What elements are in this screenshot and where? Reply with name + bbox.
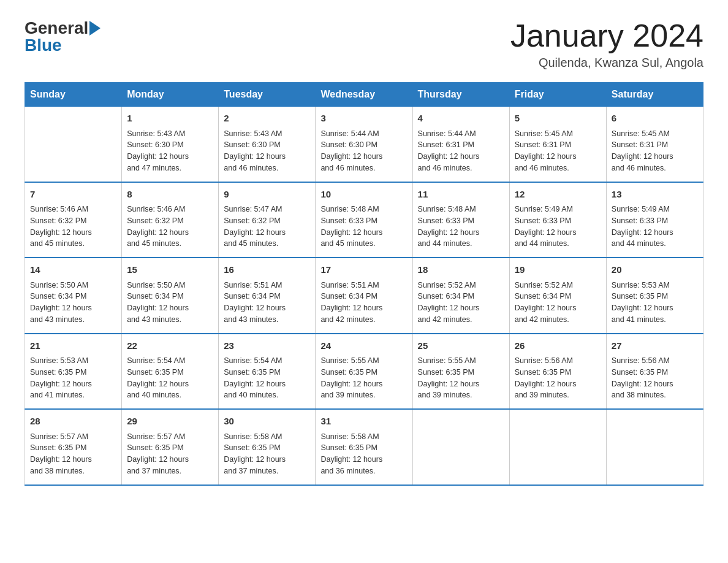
day-number: 9 [224,188,310,202]
day-number: 30 [224,415,310,429]
column-header-sunday: Sunday [25,83,122,107]
calendar-cell: 5Sunrise: 5:45 AM Sunset: 6:31 PM Daylig… [509,107,606,182]
calendar-cell: 10Sunrise: 5:48 AM Sunset: 6:33 PM Dayli… [316,182,412,258]
day-number: 23 [224,339,310,353]
column-header-thursday: Thursday [412,83,509,107]
day-number: 24 [320,339,407,353]
calendar-cell: 11Sunrise: 5:48 AM Sunset: 6:33 PM Dayli… [412,182,509,258]
day-number: 20 [612,263,698,277]
day-info: Sunrise: 5:46 AM Sunset: 6:32 PM Dayligh… [127,204,213,250]
calendar-cell: 29Sunrise: 5:57 AM Sunset: 6:35 PM Dayli… [122,409,219,485]
day-number: 13 [612,188,698,202]
column-header-friday: Friday [509,83,606,107]
day-info: Sunrise: 5:43 AM Sunset: 6:30 PM Dayligh… [127,128,213,174]
calendar-cell: 13Sunrise: 5:49 AM Sunset: 6:33 PM Dayli… [606,182,703,258]
calendar-cell: 20Sunrise: 5:53 AM Sunset: 6:35 PM Dayli… [606,258,703,334]
calendar-cell: 31Sunrise: 5:58 AM Sunset: 6:35 PM Dayli… [316,409,412,485]
column-header-monday: Monday [122,83,219,107]
logo: General Blue [25,18,100,55]
day-number: 4 [418,112,504,126]
calendar-week-row: 14Sunrise: 5:50 AM Sunset: 6:34 PM Dayli… [25,258,703,334]
day-info: Sunrise: 5:44 AM Sunset: 6:30 PM Dayligh… [320,128,407,174]
day-info: Sunrise: 5:44 AM Sunset: 6:31 PM Dayligh… [418,128,504,174]
calendar-week-row: 28Sunrise: 5:57 AM Sunset: 6:35 PM Dayli… [25,409,703,485]
day-info: Sunrise: 5:48 AM Sunset: 6:33 PM Dayligh… [418,204,504,250]
day-info: Sunrise: 5:43 AM Sunset: 6:30 PM Dayligh… [224,128,310,174]
location-text: Quilenda, Kwanza Sul, Angola [510,56,703,70]
day-number: 16 [224,263,310,277]
column-header-tuesday: Tuesday [219,83,316,107]
calendar-cell: 7Sunrise: 5:46 AM Sunset: 6:32 PM Daylig… [25,182,122,258]
day-info: Sunrise: 5:55 AM Sunset: 6:35 PM Dayligh… [320,355,407,401]
calendar-cell: 21Sunrise: 5:53 AM Sunset: 6:35 PM Dayli… [25,334,122,410]
calendar-cell: 6Sunrise: 5:45 AM Sunset: 6:31 PM Daylig… [606,107,703,182]
calendar-table: SundayMondayTuesdayWednesdayThursdayFrid… [25,82,703,486]
day-number: 26 [515,339,601,353]
day-info: Sunrise: 5:45 AM Sunset: 6:31 PM Dayligh… [515,128,601,174]
calendar-cell: 22Sunrise: 5:54 AM Sunset: 6:35 PM Dayli… [122,334,219,410]
calendar-cell: 18Sunrise: 5:52 AM Sunset: 6:34 PM Dayli… [412,258,509,334]
day-number: 5 [515,112,601,126]
day-info: Sunrise: 5:50 AM Sunset: 6:34 PM Dayligh… [127,280,213,326]
day-info: Sunrise: 5:45 AM Sunset: 6:31 PM Dayligh… [612,128,698,174]
month-title: January 2024 [510,18,703,53]
day-info: Sunrise: 5:56 AM Sunset: 6:35 PM Dayligh… [515,355,601,401]
day-number: 14 [30,263,116,277]
day-info: Sunrise: 5:48 AM Sunset: 6:33 PM Dayligh… [320,204,407,250]
day-number: 11 [418,188,504,202]
day-info: Sunrise: 5:50 AM Sunset: 6:34 PM Dayligh… [30,280,116,326]
day-info: Sunrise: 5:51 AM Sunset: 6:34 PM Dayligh… [224,280,310,326]
day-info: Sunrise: 5:49 AM Sunset: 6:33 PM Dayligh… [515,204,601,250]
day-info: Sunrise: 5:53 AM Sunset: 6:35 PM Dayligh… [30,355,116,401]
day-number: 31 [320,415,407,429]
day-number: 28 [30,415,116,429]
day-number: 7 [30,188,116,202]
calendar-cell [606,409,703,485]
day-number: 1 [127,112,213,126]
day-info: Sunrise: 5:56 AM Sunset: 6:35 PM Dayligh… [612,355,698,401]
day-info: Sunrise: 5:52 AM Sunset: 6:34 PM Dayligh… [418,280,504,326]
day-number: 27 [612,339,698,353]
day-info: Sunrise: 5:53 AM Sunset: 6:35 PM Dayligh… [612,280,698,326]
calendar-cell: 2Sunrise: 5:43 AM Sunset: 6:30 PM Daylig… [219,107,316,182]
calendar-cell [412,409,509,485]
page-header: General Blue January 2024 Quilenda, Kwan… [25,18,703,70]
day-info: Sunrise: 5:47 AM Sunset: 6:32 PM Dayligh… [224,204,310,250]
day-info: Sunrise: 5:55 AM Sunset: 6:35 PM Dayligh… [418,355,504,401]
logo-blue-text: Blue [25,36,62,55]
calendar-week-row: 7Sunrise: 5:46 AM Sunset: 6:32 PM Daylig… [25,182,703,258]
day-number: 25 [418,339,504,353]
day-info: Sunrise: 5:54 AM Sunset: 6:35 PM Dayligh… [224,355,310,401]
day-number: 17 [320,263,407,277]
column-header-wednesday: Wednesday [316,83,412,107]
day-number: 12 [515,188,601,202]
calendar-week-row: 21Sunrise: 5:53 AM Sunset: 6:35 PM Dayli… [25,334,703,410]
day-info: Sunrise: 5:57 AM Sunset: 6:35 PM Dayligh… [30,431,116,477]
calendar-cell: 14Sunrise: 5:50 AM Sunset: 6:34 PM Dayli… [25,258,122,334]
calendar-cell: 30Sunrise: 5:58 AM Sunset: 6:35 PM Dayli… [219,409,316,485]
day-info: Sunrise: 5:49 AM Sunset: 6:33 PM Dayligh… [612,204,698,250]
calendar-cell: 4Sunrise: 5:44 AM Sunset: 6:31 PM Daylig… [412,107,509,182]
calendar-week-row: 1Sunrise: 5:43 AM Sunset: 6:30 PM Daylig… [25,107,703,182]
day-number: 22 [127,339,213,353]
day-number: 8 [127,188,213,202]
calendar-cell [509,409,606,485]
calendar-header-row: SundayMondayTuesdayWednesdayThursdayFrid… [25,83,703,107]
title-area: January 2024 Quilenda, Kwanza Sul, Angol… [510,18,703,70]
calendar-cell: 9Sunrise: 5:47 AM Sunset: 6:32 PM Daylig… [219,182,316,258]
calendar-cell: 1Sunrise: 5:43 AM Sunset: 6:30 PM Daylig… [122,107,219,182]
calendar-cell: 8Sunrise: 5:46 AM Sunset: 6:32 PM Daylig… [122,182,219,258]
calendar-cell: 27Sunrise: 5:56 AM Sunset: 6:35 PM Dayli… [606,334,703,410]
calendar-cell: 24Sunrise: 5:55 AM Sunset: 6:35 PM Dayli… [316,334,412,410]
day-number: 21 [30,339,116,353]
calendar-cell: 23Sunrise: 5:54 AM Sunset: 6:35 PM Dayli… [219,334,316,410]
calendar-cell: 16Sunrise: 5:51 AM Sunset: 6:34 PM Dayli… [219,258,316,334]
calendar-cell: 25Sunrise: 5:55 AM Sunset: 6:35 PM Dayli… [412,334,509,410]
day-info: Sunrise: 5:58 AM Sunset: 6:35 PM Dayligh… [224,431,310,477]
column-header-saturday: Saturday [606,83,703,107]
day-info: Sunrise: 5:58 AM Sunset: 6:35 PM Dayligh… [320,431,407,477]
day-info: Sunrise: 5:54 AM Sunset: 6:35 PM Dayligh… [127,355,213,401]
day-number: 18 [418,263,504,277]
calendar-cell: 19Sunrise: 5:52 AM Sunset: 6:34 PM Dayli… [509,258,606,334]
day-number: 29 [127,415,213,429]
